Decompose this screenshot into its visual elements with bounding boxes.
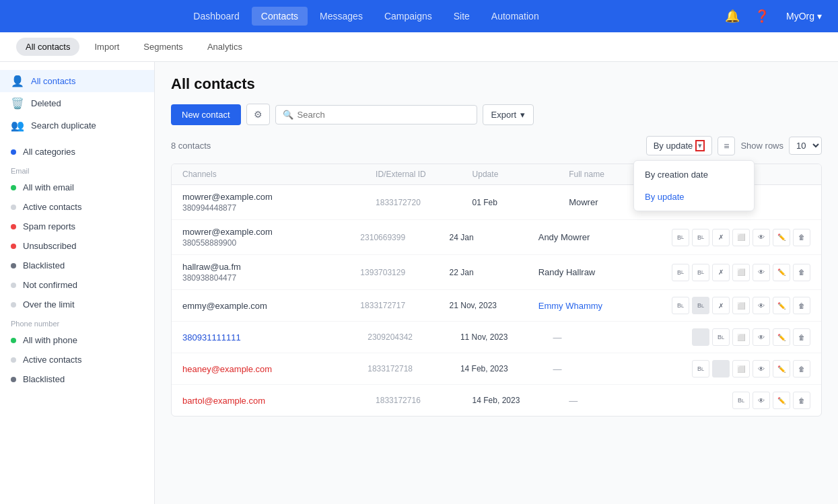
action-blacklist-icon-4[interactable]: BL [712, 328, 730, 346]
action-copy-icon-2[interactable]: ⬜ [732, 264, 750, 281]
contact-name-5: — [553, 364, 692, 374]
action-blacklist-icon-3[interactable]: BL [672, 297, 689, 314]
action-delete-icon-3[interactable]: 🗑 [793, 297, 810, 314]
org-chevron-icon: ▾ [817, 11, 822, 22]
table-row: emmy@example.com 1833172717 21 Nov, 2023… [172, 290, 821, 322]
contact-date-6: 14 Feb, 2023 [473, 396, 569, 405]
sort-order-icon: ≡ [724, 141, 729, 151]
sort-by-button[interactable]: By update ▾ [646, 136, 713, 155]
table-row: 380931111111 2309204342 11 Nov, 2023 — B… [172, 322, 821, 353]
action-unsubscribe-icon-1[interactable]: ✗ [712, 229, 730, 246]
action-blacklist-icon-6[interactable]: BL [732, 392, 750, 409]
action-view-icon-1[interactable]: 👁 [753, 229, 770, 246]
contact-id-5: 1833172718 [368, 364, 460, 373]
tab-import[interactable]: Import [85, 38, 129, 56]
sort-option-by-update[interactable]: By update [634, 186, 754, 208]
sort-option-by-creation-date[interactable]: By creation date [634, 164, 754, 186]
action-view-icon-6[interactable]: 👁 [753, 392, 770, 409]
contact-channel-4: 380931111111 [182, 332, 368, 343]
action-copy-icon-4[interactable]: ⬜ [732, 328, 750, 346]
action-delete-icon-1[interactable]: 🗑 [793, 229, 810, 246]
action-edit-icon-1[interactable]: ✏️ [773, 229, 790, 246]
sidebar-item-all-with-email[interactable]: All with email [0, 178, 154, 197]
action-blacklist-icon-1[interactable]: BL [672, 229, 689, 246]
action-edit-icon-3[interactable]: ✏️ [773, 297, 790, 314]
nav-dashboard[interactable]: Dashboard [184, 7, 249, 26]
contact-name-4: — [553, 332, 692, 343]
sidebar-item-blacklisted-email[interactable]: Blacklisted [0, 256, 154, 275]
contact-name-6: — [569, 396, 713, 406]
action-delete-icon-5[interactable]: 🗑 [793, 360, 810, 377]
contacts-meta: 8 contacts By update ▾ ≡ Show rows 10 25… [171, 136, 822, 155]
nav-site[interactable]: Site [444, 7, 479, 26]
dot-over-the-limit [11, 302, 16, 308]
action-edit-icon-5[interactable]: ✏️ [773, 360, 790, 377]
action-blacklist2-icon-1[interactable]: BL [692, 229, 709, 246]
sidebar-item-blacklisted-phone[interactable]: Blacklisted [0, 369, 154, 389]
sidebar-all-categories[interactable]: All categories [0, 142, 154, 161]
action-edit-icon-4[interactable]: ✏️ [773, 328, 790, 346]
sidebar-item-active-contacts-phone[interactable]: Active contacts [0, 350, 154, 369]
contact-name-2: Randy Hallraw [538, 267, 672, 277]
sidebar: 👤 All contacts 🗑️ Deleted 👥 Search dupli… [0, 62, 155, 504]
tab-analytics[interactable]: Analytics [198, 38, 252, 56]
sidebar-item-not-confirmed[interactable]: Not confirmed [0, 275, 154, 295]
nav-automation[interactable]: Automation [482, 7, 549, 26]
sidebar-item-search-duplicate[interactable]: 👥 Search duplicate [0, 114, 154, 137]
sidebar-item-over-the-limit[interactable]: Over the limit [0, 295, 154, 314]
tab-segments[interactable]: Segments [134, 38, 193, 56]
action-blacklist-icon-2[interactable]: BL [672, 264, 689, 281]
toolbar: New contact ⚙ 🔍 Export ▾ [171, 104, 822, 125]
action-view-icon-4[interactable]: 👁 [753, 328, 770, 346]
action-view-icon-3[interactable]: 👁 [753, 297, 770, 314]
table-row: mowrer@example.com 380558889900 23106693… [172, 220, 821, 255]
action-unsubscribe-icon-3[interactable]: ✗ [712, 297, 730, 314]
action-blacklist2-icon-2[interactable]: BL [692, 264, 709, 281]
new-contact-button[interactable]: New contact [171, 104, 241, 125]
action-unsubscribe-icon-2[interactable]: ✗ [712, 264, 730, 281]
sort-order-button[interactable]: ≡ [718, 137, 735, 155]
action-copy-icon-5[interactable]: ⬜ [732, 360, 750, 377]
header-id: ID/External ID [376, 170, 473, 179]
contact-channel-2: hallraw@ua.fm 380938804477 [182, 262, 360, 283]
export-button[interactable]: Export ▾ [483, 104, 534, 125]
nav-campaigns[interactable]: Campaigns [375, 7, 442, 26]
action-copy-icon-1[interactable]: ⬜ [732, 229, 750, 246]
nav-messages[interactable]: Messages [310, 7, 372, 26]
org-switcher[interactable]: MyOrg ▾ [781, 8, 827, 24]
nav-contacts[interactable]: Contacts [252, 7, 308, 26]
sidebar-label-unsubscribed: Unsubscribed [23, 241, 77, 251]
action-delete-icon-4[interactable]: 🗑 [793, 328, 810, 346]
nav-right: 🔔 ❓ MyOrg ▾ [722, 5, 827, 27]
tab-all-contacts[interactable]: All contacts [16, 38, 79, 56]
sidebar-item-unsubscribed[interactable]: Unsubscribed [0, 236, 154, 256]
sidebar-section-email: Email [0, 161, 154, 178]
action-copy-icon-3[interactable]: ⬜ [732, 297, 750, 314]
sidebar-item-active-contacts-email[interactable]: Active contacts [0, 197, 154, 217]
action-edit-icon-2[interactable]: ✏️ [773, 264, 790, 281]
contact-phone-4: 380931111111 [182, 332, 368, 343]
filter-button[interactable]: ⚙ [246, 104, 270, 125]
action-delete-icon-6[interactable]: 🗑 [793, 392, 810, 409]
contact-actions-5: BL ⬜ 👁 ✏️ 🗑 [692, 360, 810, 377]
table-row: bartol@example.com 1833172716 14 Feb, 20… [172, 385, 821, 416]
notification-icon[interactable]: 🔔 [722, 5, 743, 27]
sidebar-item-spam-reports[interactable]: Spam reports [0, 217, 154, 236]
sidebar-item-all-with-phone[interactable]: All with phone [0, 330, 154, 350]
sidebar-item-deleted[interactable]: 🗑️ Deleted [0, 92, 154, 114]
action-view-icon-5[interactable]: 👁 [753, 360, 770, 377]
search-input[interactable] [298, 110, 470, 120]
action-blacklist2-icon-3[interactable]: BL [692, 297, 709, 314]
action-blacklist2-icon-5[interactable] [712, 360, 730, 377]
sidebar-label-active-contacts-phone: Active contacts [23, 355, 81, 365]
sidebar-item-all-contacts[interactable]: 👤 All contacts [0, 70, 154, 92]
show-rows-select[interactable]: 10 25 50 [789, 137, 822, 155]
header-channels: Channels [182, 170, 376, 179]
action-blacklist-icon-5[interactable]: BL [692, 360, 709, 377]
action-view-icon-2[interactable]: 👁 [753, 264, 770, 281]
action-edit-icon-6[interactable]: ✏️ [773, 392, 790, 409]
action-delete-icon-2[interactable]: 🗑 [793, 264, 810, 281]
help-icon[interactable]: ❓ [751, 5, 773, 27]
contact-date-2: 22 Jan [450, 268, 538, 277]
action-small-1-4[interactable] [692, 328, 709, 346]
